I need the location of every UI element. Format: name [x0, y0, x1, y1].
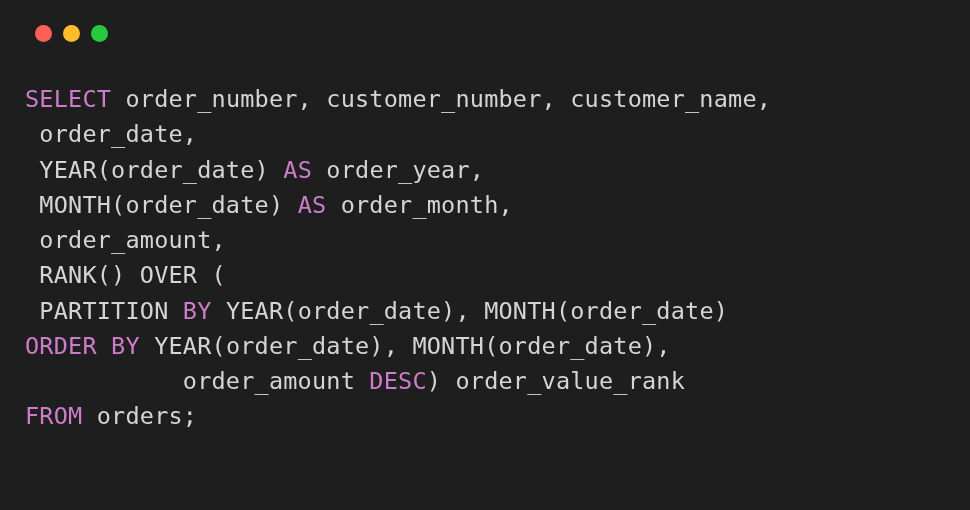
code-text: orders;	[82, 402, 197, 430]
code-text: YEAR(order_date)	[25, 156, 283, 184]
code-text: order_year,	[312, 156, 484, 184]
window-controls	[25, 25, 945, 42]
keyword-as: AS	[298, 191, 327, 219]
code-text: order_amount,	[25, 226, 226, 254]
code-text: order_amount	[25, 367, 369, 395]
code-text: RANK() OVER (	[25, 261, 226, 289]
keyword-select: SELECT	[25, 85, 111, 113]
maximize-icon[interactable]	[91, 25, 108, 42]
keyword-desc: DESC	[369, 367, 426, 395]
close-icon[interactable]	[35, 25, 52, 42]
code-text: MONTH(order_date)	[25, 191, 298, 219]
code-text: PARTITION	[25, 297, 183, 325]
keyword-from: FROM	[25, 402, 82, 430]
keyword-by: BY	[183, 297, 212, 325]
code-text: ) order_value_rank	[427, 367, 685, 395]
code-text: YEAR(order_date), MONTH(order_date)	[212, 297, 729, 325]
code-text: order_number, customer_number, customer_…	[111, 85, 771, 113]
code-text: order_month,	[326, 191, 513, 219]
code-text: YEAR(order_date), MONTH(order_date),	[140, 332, 671, 360]
code-block: SELECT order_number, customer_number, cu…	[25, 82, 945, 435]
keyword-as: AS	[283, 156, 312, 184]
minimize-icon[interactable]	[63, 25, 80, 42]
keyword-orderby: ORDER BY	[25, 332, 140, 360]
code-text: order_date,	[25, 120, 197, 148]
